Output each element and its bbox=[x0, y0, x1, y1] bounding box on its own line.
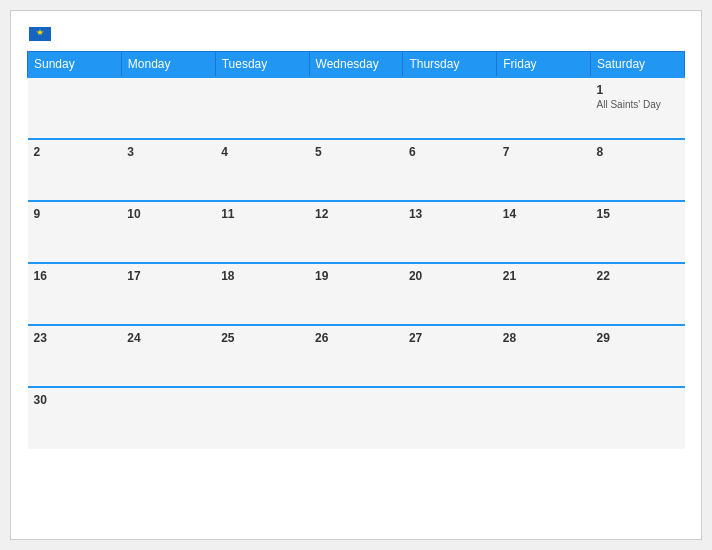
day-number: 9 bbox=[34, 207, 116, 221]
day-number: 14 bbox=[503, 207, 585, 221]
calendar-cell: 20 bbox=[403, 263, 497, 325]
calendar-container: SundayMondayTuesdayWednesdayThursdayFrid… bbox=[10, 10, 702, 540]
calendar-cell bbox=[121, 387, 215, 449]
calendar-cell: 23 bbox=[28, 325, 122, 387]
calendar-week-row: 9101112131415 bbox=[28, 201, 685, 263]
day-number: 15 bbox=[597, 207, 679, 221]
holiday-label: All Saints' Day bbox=[597, 99, 679, 110]
day-number: 27 bbox=[409, 331, 491, 345]
day-number: 12 bbox=[315, 207, 397, 221]
calendar-cell: 24 bbox=[121, 325, 215, 387]
day-number: 22 bbox=[597, 269, 679, 283]
calendar-cell: 12 bbox=[309, 201, 403, 263]
calendar-cell bbox=[309, 387, 403, 449]
calendar-cell: 16 bbox=[28, 263, 122, 325]
calendar-cell: 11 bbox=[215, 201, 309, 263]
calendar-cell: 1All Saints' Day bbox=[591, 77, 685, 139]
day-number: 20 bbox=[409, 269, 491, 283]
weekday-header-thursday: Thursday bbox=[403, 52, 497, 78]
calendar-cell bbox=[403, 387, 497, 449]
calendar-table: SundayMondayTuesdayWednesdayThursdayFrid… bbox=[27, 51, 685, 449]
day-number: 30 bbox=[34, 393, 116, 407]
day-number: 8 bbox=[597, 145, 679, 159]
day-number: 29 bbox=[597, 331, 679, 345]
calendar-cell: 15 bbox=[591, 201, 685, 263]
calendar-cell: 2 bbox=[28, 139, 122, 201]
calendar-cell: 25 bbox=[215, 325, 309, 387]
calendar-cell bbox=[591, 387, 685, 449]
weekday-header-monday: Monday bbox=[121, 52, 215, 78]
calendar-cell: 9 bbox=[28, 201, 122, 263]
calendar-cell: 30 bbox=[28, 387, 122, 449]
day-number: 16 bbox=[34, 269, 116, 283]
day-number: 4 bbox=[221, 145, 303, 159]
calendar-week-row: 16171819202122 bbox=[28, 263, 685, 325]
day-number: 3 bbox=[127, 145, 209, 159]
calendar-cell: 14 bbox=[497, 201, 591, 263]
calendar-week-row: 30 bbox=[28, 387, 685, 449]
day-number: 1 bbox=[597, 83, 679, 97]
calendar-cell: 13 bbox=[403, 201, 497, 263]
calendar-cell: 7 bbox=[497, 139, 591, 201]
calendar-cell bbox=[309, 77, 403, 139]
calendar-cell: 4 bbox=[215, 139, 309, 201]
calendar-cell bbox=[215, 77, 309, 139]
calendar-cell: 27 bbox=[403, 325, 497, 387]
weekday-header-sunday: Sunday bbox=[28, 52, 122, 78]
calendar-cell: 29 bbox=[591, 325, 685, 387]
day-number: 18 bbox=[221, 269, 303, 283]
day-number: 6 bbox=[409, 145, 491, 159]
calendar-cell bbox=[121, 77, 215, 139]
day-number: 17 bbox=[127, 269, 209, 283]
calendar-cell: 6 bbox=[403, 139, 497, 201]
day-number: 7 bbox=[503, 145, 585, 159]
day-number: 13 bbox=[409, 207, 491, 221]
weekday-header-wednesday: Wednesday bbox=[309, 52, 403, 78]
day-number: 10 bbox=[127, 207, 209, 221]
calendar-cell bbox=[497, 77, 591, 139]
calendar-cell: 3 bbox=[121, 139, 215, 201]
calendar-week-row: 1All Saints' Day bbox=[28, 77, 685, 139]
day-number: 26 bbox=[315, 331, 397, 345]
calendar-header bbox=[27, 27, 685, 41]
day-number: 28 bbox=[503, 331, 585, 345]
calendar-cell: 10 bbox=[121, 201, 215, 263]
calendar-cell: 18 bbox=[215, 263, 309, 325]
calendar-cell: 28 bbox=[497, 325, 591, 387]
day-number: 25 bbox=[221, 331, 303, 345]
day-number: 2 bbox=[34, 145, 116, 159]
weekday-header-tuesday: Tuesday bbox=[215, 52, 309, 78]
calendar-cell: 17 bbox=[121, 263, 215, 325]
calendar-cell bbox=[403, 77, 497, 139]
day-number: 21 bbox=[503, 269, 585, 283]
day-number: 11 bbox=[221, 207, 303, 221]
weekday-header-saturday: Saturday bbox=[591, 52, 685, 78]
weekday-header-row: SundayMondayTuesdayWednesdayThursdayFrid… bbox=[28, 52, 685, 78]
calendar-cell: 22 bbox=[591, 263, 685, 325]
calendar-cell: 19 bbox=[309, 263, 403, 325]
day-number: 19 bbox=[315, 269, 397, 283]
day-number: 24 bbox=[127, 331, 209, 345]
calendar-cell bbox=[215, 387, 309, 449]
logo bbox=[27, 27, 51, 41]
calendar-cell bbox=[28, 77, 122, 139]
weekday-header-friday: Friday bbox=[497, 52, 591, 78]
calendar-cell: 21 bbox=[497, 263, 591, 325]
calendar-cell: 8 bbox=[591, 139, 685, 201]
calendar-week-row: 23242526272829 bbox=[28, 325, 685, 387]
calendar-cell: 26 bbox=[309, 325, 403, 387]
logo-flag-icon bbox=[29, 27, 51, 41]
calendar-cell: 5 bbox=[309, 139, 403, 201]
calendar-cell bbox=[497, 387, 591, 449]
calendar-week-row: 2345678 bbox=[28, 139, 685, 201]
day-number: 5 bbox=[315, 145, 397, 159]
day-number: 23 bbox=[34, 331, 116, 345]
